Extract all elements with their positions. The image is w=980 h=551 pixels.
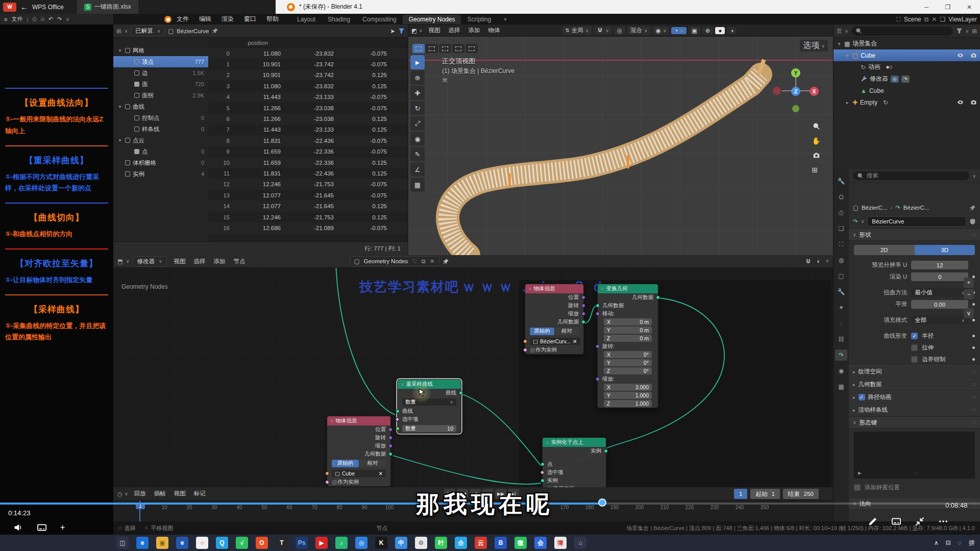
table-row[interactable]: 711.443-23.1330.125 [208,124,408,135]
table-row[interactable]: 811.831-22.436-0.075 [208,135,408,146]
relative-button[interactable]: 相对 [359,460,386,467]
modifier-realtime-toggle[interactable]: ◎ [891,76,899,83]
shape-panel-header[interactable]: ∨形状∷ [849,229,980,241]
menu-item[interactable]: 视图 [424,27,444,33]
frame-end-field[interactable]: 结束250 [783,489,819,499]
taskbar-app-leaf-app[interactable]: 叶 [435,537,447,549]
socket-geo[interactable] [459,391,463,395]
number-field[interactable]: 数量10 [402,425,456,432]
taskbar-app-qq-browser[interactable]: Q [216,537,228,549]
original-button[interactable]: 原始的 [530,328,554,335]
property-value-field[interactable]: 12 [911,261,968,269]
table-row[interactable]: 1512.246-21.7530.125 [208,212,408,222]
property-checkbox[interactable] [911,344,918,351]
value-field[interactable]: Z0 m [604,335,652,342]
section-纹理空间[interactable]: ▸纹理空间∷ [849,365,980,378]
pin-icon[interactable] [212,28,218,34]
magnet-icon[interactable] [805,258,812,265]
table-column-header[interactable]: position [208,38,408,48]
section-checkbox[interactable]: ✓ [859,394,865,400]
taskbar-app-home-app[interactable]: ⌂ [574,537,586,549]
dataset-dropdown[interactable]: 已解算∨ [131,26,165,36]
node-canvas[interactable]: Geometry Nodes 技艺学习素材吧 ｗｗｗ．ｊｙ３ｄ．ｃｎ ∨物体信息… [113,268,833,487]
ime-indicator[interactable]: 拼 [969,539,975,547]
taskbar-app-music-app[interactable]: ♪ [335,537,348,549]
tray-icon[interactable]: ∧ [934,539,939,546]
node-tree-selector[interactable]: ▢ Geometry Nodes ♡ ⧉ ✕ [350,256,439,266]
domain-row-点云[interactable]: ▾点云 [113,135,208,146]
snap-button[interactable]: ∨ [594,27,612,34]
vector-component-row[interactable]: Z0 m [598,334,658,342]
domain-row-体积栅格[interactable]: 体积栅格0 [113,157,208,168]
blender-menu-icon[interactable] [164,16,172,23]
menu-item[interactable]: 编辑 [194,15,216,22]
properties-tab-tool[interactable]: 🔧 [835,176,847,187]
domain-row-面拐[interactable]: 面拐2.9K [113,90,208,101]
shading-material[interactable]: ◑ [727,27,737,34]
select-invert-button[interactable] [452,44,464,53]
taskbar-app-notes-app[interactable]: 簿 [554,537,567,549]
object-field[interactable]: ▢BézierCurv...✕ [530,338,580,345]
value-field[interactable]: Y1.000 [604,392,652,399]
editor-type-icon[interactable]: ⬒ [117,258,123,265]
properties-tab-modifiers[interactable]: 🔧 [835,286,847,297]
redo-icon[interactable]: ↷ [57,16,62,22]
frame-start-field[interactable]: 起始1 [750,489,779,499]
context-dropdown[interactable]: 修改器∨ [132,256,166,267]
node-header[interactable]: ∨物体信息 [327,416,390,425]
viewport-3d[interactable]: ◩∨ 视图选择添加物体 ⇅全局∨ ∨ ◎ 混合∨ ◉∨ ◔∨ ▣ ⊕ ● ◑ [408,24,833,255]
socket-vec[interactable] [581,304,585,308]
taskbar-app-wechat[interactable]: 微 [514,537,527,549]
property-dropdown[interactable]: 最小值∨ [911,288,968,297]
taskbar-app-b-app[interactable]: B [495,537,507,549]
select-intersect-button[interactable] [465,44,478,53]
shading-wireframe[interactable]: ⊕ [702,27,714,35]
domain-row-面[interactable]: 面720 [113,79,208,90]
pin-icon[interactable] [969,205,976,211]
properties-tab-material[interactable]: ◉ [835,365,847,377]
workspace-add-button[interactable]: + [497,15,513,24]
rest-position-checkbox[interactable] [854,484,861,491]
gizmo-toggle[interactable]: ◉∨ [653,27,670,35]
domain-row-实例[interactable]: 实例4 [113,168,208,180]
node-instance-on-points[interactable]: ∨实例化于点上实例点选中项实例选择实例 [542,437,606,487]
vector-component-row[interactable]: Y0 m [598,326,658,334]
clear-icon[interactable]: ✕ [378,470,383,477]
table-row[interactable]: 1312.077-21.645-0.075 [208,190,408,201]
camera-icon[interactable] [970,52,977,59]
copy-icon[interactable]: ⧉ [924,16,929,23]
select-extend-button[interactable] [426,44,438,53]
modifier-render-toggle[interactable]: ↷ [901,76,910,83]
table-row[interactable]: 611.266-23.0380.125 [208,113,408,124]
animate-dot[interactable] [972,346,975,349]
gizmo-y-negative[interactable] [792,105,799,112]
taskbar-app-cn-app[interactable]: 中 [395,537,407,549]
workspace-tab-geometry-nodes[interactable]: Geometry Nodes [403,15,461,24]
shrink-icon[interactable] [915,516,925,527]
tray-icon[interactable]: ⊟ [946,539,951,546]
socket-vec[interactable] [581,312,585,316]
taskbar-app-browser[interactable]: e [176,537,188,549]
outliner-row-修改器[interactable]: 修改器◎↷ [834,73,980,85]
socket-geo[interactable] [656,295,660,299]
pin-icon[interactable] [443,258,449,265]
animate-dot[interactable] [972,358,975,361]
node-resample-curve[interactable]: ∨重采样曲线曲线数量∨曲线选中项数量10 [397,379,461,434]
node-object-info-1[interactable]: ∨物体信息位置旋转缩放几何数据原始的相对▢BézierCurv...✕作为实例 [525,284,584,355]
menu-item[interactable]: 渲染 [216,15,239,22]
socket-geo[interactable] [596,304,600,308]
value-field[interactable]: X3.000 [604,384,652,391]
socket-bool[interactable] [325,480,329,484]
workspace-tab-layout[interactable]: Layout [291,15,322,24]
eye-icon[interactable] [957,99,964,106]
tool-move[interactable]: ✚ [410,86,425,100]
segment-3d-button[interactable]: 3D [915,245,975,255]
socket-bool[interactable] [395,417,400,422]
properties-tab-view-layer[interactable]: ❏ [835,223,847,234]
domain-row-点[interactable]: 点0 [113,146,208,157]
vector-component-row[interactable]: Z0° [598,367,658,375]
menu-item[interactable]: 添加 [210,258,230,264]
menu-item[interactable]: 帮助 [261,15,284,22]
geometry-node-editor[interactable]: ⬒∨ 修改器∨ 视图选择添加节点 ▢ Geometry Nodes ♡ ⧉ ✕ … [113,255,833,487]
scene-name[interactable]: Scene [904,16,921,23]
